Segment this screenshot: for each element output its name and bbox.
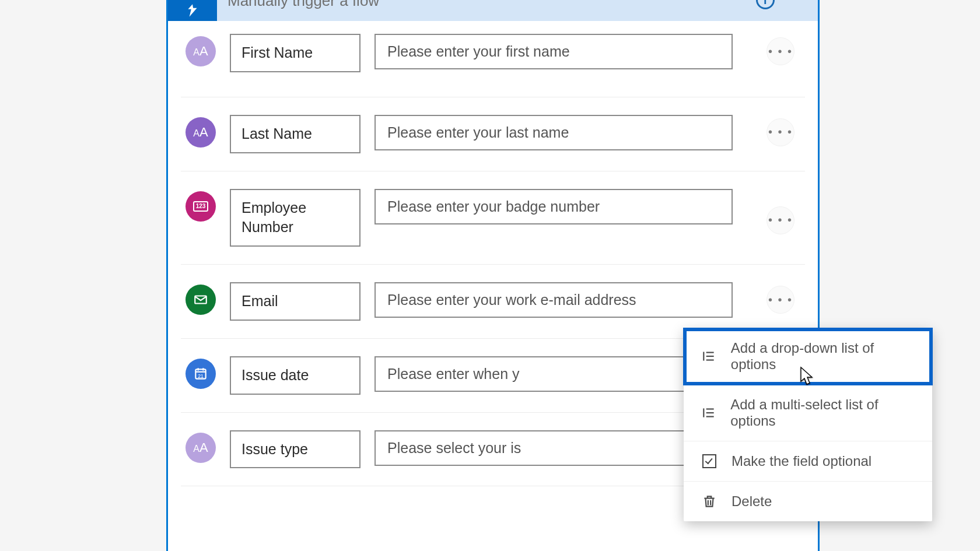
input-name-field[interactable]: Issue type	[230, 430, 360, 469]
row-menu-button[interactable]: • • •	[766, 37, 794, 65]
input-name-field[interactable]: Issue date	[230, 356, 360, 395]
text-type-icon: AA	[186, 117, 216, 148]
input-prompt-field[interactable]: Please select your is	[374, 430, 733, 466]
email-type-icon	[186, 285, 216, 315]
trigger-icon	[168, 0, 217, 21]
menu-add-multiselect[interactable]: Add a multi-select list of options	[684, 385, 932, 441]
row-menu-button[interactable]: • • •	[766, 286, 794, 314]
text-type-icon: AA	[186, 433, 216, 463]
date-type-icon: 21	[186, 359, 216, 389]
menu-label: Delete	[732, 493, 772, 510]
menu-label: Add a multi-select list of options	[730, 396, 915, 429]
card-title: Manually trigger a flow	[217, 0, 379, 3]
input-row: AA First Name Please enter your first na…	[181, 30, 805, 97]
checkbox-icon	[701, 454, 718, 468]
input-name-field[interactable]: Employee Number	[230, 189, 360, 247]
input-row: 123 Employee Number Please enter your ba…	[181, 171, 805, 265]
menu-make-optional[interactable]: Make the field optional	[684, 441, 932, 482]
card-header: Manually trigger a flow i ···	[168, 0, 818, 21]
input-prompt-field[interactable]: Please enter your badge number	[374, 189, 733, 224]
input-name-field[interactable]: First Name	[230, 34, 360, 72]
list-icon	[701, 405, 716, 420]
menu-label: Add a drop-down list of options	[731, 340, 915, 373]
input-row: AA Last Name Please enter your last name…	[181, 97, 805, 171]
input-name-field[interactable]: Email	[230, 282, 360, 321]
menu-delete[interactable]: Delete	[684, 482, 932, 521]
input-prompt-field[interactable]: Please enter your first name	[374, 34, 733, 69]
text-type-icon: AA	[186, 36, 216, 66]
number-type-icon: 123	[186, 191, 216, 222]
row-menu-button[interactable]: • • •	[766, 118, 794, 146]
input-row: Email Please enter your work e-mail addr…	[181, 265, 805, 339]
input-prompt-field[interactable]: Please enter your work e-mail address	[374, 282, 733, 318]
trash-icon	[701, 494, 718, 509]
trigger-card: Manually trigger a flow i ··· AA First N…	[166, 0, 820, 551]
input-prompt-field[interactable]: Please enter when y	[374, 356, 733, 392]
list-icon	[701, 349, 717, 364]
menu-label: Make the field optional	[732, 453, 872, 469]
svg-text:21: 21	[198, 373, 204, 378]
input-name-field[interactable]: Last Name	[230, 115, 360, 153]
menu-add-dropdown[interactable]: Add a drop-down list of options	[684, 328, 932, 385]
input-prompt-field[interactable]: Please enter your last name	[374, 115, 733, 150]
info-icon[interactable]: i	[756, 0, 775, 9]
field-context-menu: Add a drop-down list of options Add a mu…	[684, 328, 932, 521]
row-menu-button[interactable]: • • •	[766, 206, 794, 234]
